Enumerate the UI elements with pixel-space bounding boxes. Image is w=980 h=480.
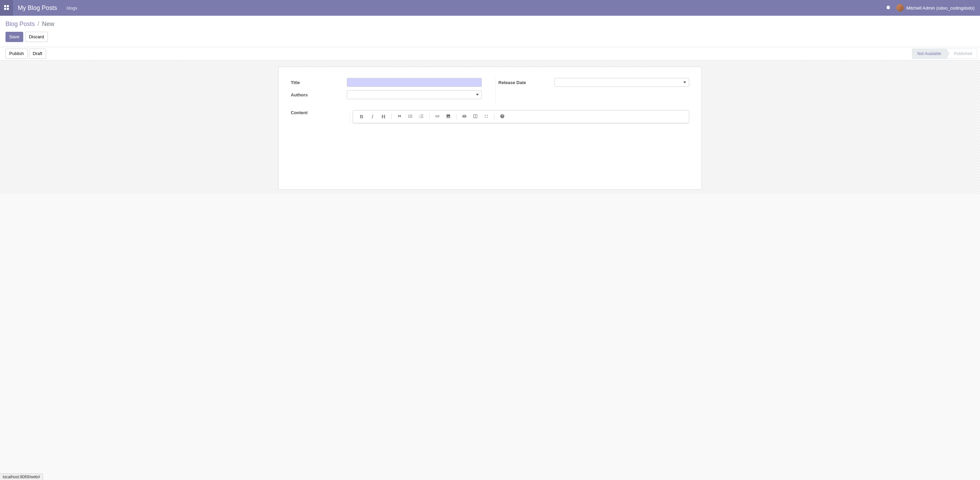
title-input[interactable] xyxy=(347,78,482,87)
image-icon xyxy=(446,114,451,120)
control-actions: Save Discard xyxy=(0,29,980,47)
control-panel: Blog Posts / New Save Discard xyxy=(0,16,980,47)
breadcrumb-parent[interactable]: Blog Posts xyxy=(5,21,35,28)
fullscreen-icon xyxy=(484,114,488,120)
eye-icon xyxy=(462,114,467,120)
svg-rect-9 xyxy=(410,117,412,118)
ordered-list-button[interactable]: 123 xyxy=(416,112,426,121)
svg-rect-1 xyxy=(7,5,9,7)
breadcrumb-current: New xyxy=(42,21,54,28)
italic-button[interactable]: I xyxy=(368,112,377,121)
bug-icon xyxy=(886,5,891,11)
user-avatar xyxy=(896,4,904,12)
content-label: Content xyxy=(291,110,350,123)
caret-down-icon xyxy=(683,82,686,83)
list-ul-icon xyxy=(408,114,413,120)
apps-icon xyxy=(4,5,9,11)
svg-point-4 xyxy=(408,115,409,115)
save-button[interactable]: Save xyxy=(5,32,23,42)
side-by-side-button[interactable] xyxy=(470,112,480,121)
help-button[interactable] xyxy=(497,112,508,121)
user-display-name: Mitchell Admin (odoo_codingdodo) xyxy=(907,5,975,11)
app-title[interactable]: My Blog Posts xyxy=(13,0,63,16)
unordered-list-button[interactable] xyxy=(405,112,415,121)
editor-toolbar: B I H 123 xyxy=(353,110,689,123)
svg-point-5 xyxy=(408,116,409,116)
authors-label: Authors xyxy=(291,92,347,97)
status-stages: Not Available Published xyxy=(912,49,977,59)
heading-icon: H xyxy=(381,114,385,120)
menu-item-blogs[interactable]: blogs xyxy=(63,0,81,16)
svg-rect-13 xyxy=(421,115,423,115)
heading-button[interactable]: H xyxy=(378,112,388,121)
svg-point-6 xyxy=(408,117,409,118)
image-button[interactable] xyxy=(443,112,453,121)
top-navbar: My Blog Posts blogs Mitchell Admin (odoo… xyxy=(0,0,980,16)
form-column-right: Release Date xyxy=(495,78,690,102)
list-ol-icon: 123 xyxy=(419,114,424,120)
draft-button[interactable]: Draft xyxy=(29,49,46,59)
release-date-label: Release Date xyxy=(498,80,555,85)
breadcrumb-separator: / xyxy=(38,21,39,28)
italic-icon: I xyxy=(372,114,374,120)
columns-icon xyxy=(473,114,478,120)
quote-icon xyxy=(397,114,402,120)
bold-button[interactable]: B xyxy=(356,112,367,121)
link-button[interactable] xyxy=(432,112,442,121)
title-label: Title xyxy=(291,80,347,85)
apps-menu-button[interactable] xyxy=(0,0,13,16)
status-not-available[interactable]: Not Available xyxy=(912,49,946,59)
publish-button[interactable]: Publish xyxy=(5,49,28,59)
bold-icon: B xyxy=(360,114,363,120)
discard-button[interactable]: Discard xyxy=(25,32,48,42)
form-area: Title Authors xyxy=(0,61,980,194)
svg-rect-8 xyxy=(410,116,412,116)
fullscreen-button[interactable] xyxy=(481,112,492,121)
preview-button[interactable] xyxy=(459,112,469,121)
status-bar: Publish Draft Not Available Published xyxy=(0,47,980,61)
release-date-input[interactable] xyxy=(555,78,690,87)
svg-rect-2 xyxy=(4,8,6,10)
debug-icon[interactable] xyxy=(886,5,891,11)
svg-rect-7 xyxy=(410,115,412,115)
svg-rect-15 xyxy=(421,117,423,118)
help-icon xyxy=(500,114,505,120)
form-sheet: Title Authors xyxy=(278,67,702,190)
svg-rect-14 xyxy=(421,116,423,116)
svg-rect-0 xyxy=(4,5,6,7)
user-menu[interactable]: Mitchell Admin (odoo_codingdodo) xyxy=(896,4,975,12)
quote-button[interactable] xyxy=(395,112,404,121)
status-published[interactable]: Published xyxy=(946,49,977,59)
authors-select[interactable] xyxy=(347,90,482,99)
link-icon xyxy=(435,114,440,120)
breadcrumb: Blog Posts / New xyxy=(0,16,980,29)
form-column-left: Title Authors xyxy=(291,78,482,102)
svg-text:3: 3 xyxy=(419,117,420,119)
caret-down-icon xyxy=(476,94,479,96)
svg-rect-3 xyxy=(7,8,9,10)
content-editor[interactable]: B I H 123 xyxy=(353,110,689,123)
